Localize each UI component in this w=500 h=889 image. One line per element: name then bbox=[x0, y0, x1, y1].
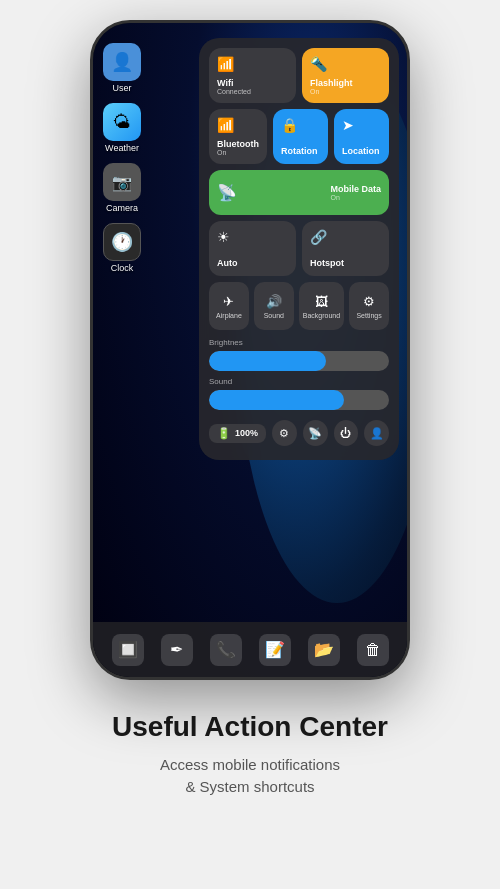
settings-tile[interactable]: ⚙ Settings bbox=[349, 282, 389, 330]
app-icon-user[interactable]: 👤 User bbox=[103, 43, 141, 93]
battery-icon: 🔋 bbox=[217, 427, 231, 440]
control-center-panel: 📶 Wifi Connected 🔦 Flashlight On bbox=[199, 38, 399, 460]
phone-screen: 👤 User 🌤 Weather 📷 Camera bbox=[93, 23, 407, 677]
location-tile[interactable]: ➤ Location bbox=[334, 109, 389, 164]
background-icon: 🖼 bbox=[315, 294, 328, 309]
dock-pen-icon[interactable]: ✒ bbox=[161, 634, 193, 666]
flashlight-icon: 🔦 bbox=[310, 56, 381, 72]
main-title: Useful Action Center bbox=[112, 710, 388, 744]
controls-row-2: 📶 Bluetooth On 🔒 Rotation ➤ Location bbox=[209, 109, 389, 164]
sound-tile[interactable]: 🔊 Sound bbox=[254, 282, 294, 330]
dock-finder-icon[interactable]: 🔲 bbox=[112, 634, 144, 666]
sound-section: Sound bbox=[209, 377, 389, 410]
wifi-tile[interactable]: 📶 Wifi Connected bbox=[209, 48, 296, 103]
dock-trash-icon[interactable]: 🗑 bbox=[357, 634, 389, 666]
app-icon-weather[interactable]: 🌤 Weather bbox=[103, 103, 141, 153]
airplane-tile[interactable]: ✈ Airplane bbox=[209, 282, 249, 330]
brightness-section: Brightnes bbox=[209, 338, 389, 371]
rotation-tile[interactable]: 🔒 Rotation bbox=[273, 109, 328, 164]
bluetooth-tile[interactable]: 📶 Bluetooth On bbox=[209, 109, 267, 164]
sound-fill bbox=[209, 390, 344, 410]
auto-icon: ☀ bbox=[217, 229, 288, 245]
location-icon: ➤ bbox=[342, 117, 381, 133]
rotation-icon: 🔒 bbox=[281, 117, 320, 133]
app-icons-column: 👤 User 🌤 Weather 📷 Camera bbox=[103, 43, 141, 273]
sub-title: Access mobile notifications& System shor… bbox=[112, 754, 388, 799]
sound-icon: 🔊 bbox=[266, 294, 282, 309]
settings-icon: ⚙ bbox=[363, 294, 375, 309]
sound-slider[interactable] bbox=[209, 390, 389, 410]
gear-status-button[interactable]: ⚙ bbox=[272, 420, 297, 446]
power-status-button[interactable]: ⏻ bbox=[334, 420, 359, 446]
controls-row-5: ✈ Airplane 🔊 Sound 🖼 Background ⚙ Settin… bbox=[209, 282, 389, 330]
auto-tile[interactable]: ☀ Auto bbox=[209, 221, 296, 276]
wifi-icon: 📶 bbox=[217, 56, 288, 72]
app-icon-camera[interactable]: 📷 Camera bbox=[103, 163, 141, 213]
dock-notes-icon[interactable]: 📝 bbox=[259, 634, 291, 666]
phone-mockup: 👤 User 🌤 Weather 📷 Camera bbox=[90, 20, 410, 680]
mobile-data-tile[interactable]: 📡 Mobile Data On bbox=[209, 170, 389, 215]
hotspot-tile[interactable]: 🔗 Hotspot bbox=[302, 221, 389, 276]
dock-phone-icon[interactable]: 📞 bbox=[210, 634, 242, 666]
background-tile[interactable]: 🖼 Background bbox=[299, 282, 344, 330]
controls-row-4: ☀ Auto 🔗 Hotspot bbox=[209, 221, 389, 276]
hotspot-icon: 🔗 bbox=[310, 229, 381, 245]
status-bar-bottom: 🔋 100% ⚙ 📡 ⏻ 👤 bbox=[209, 416, 389, 450]
battery-indicator: 🔋 100% bbox=[209, 424, 266, 443]
controls-row-1: 📶 Wifi Connected 🔦 Flashlight On bbox=[209, 48, 389, 103]
phone-shell: 👤 User 🌤 Weather 📷 Camera bbox=[90, 20, 410, 680]
flashlight-tile[interactable]: 🔦 Flashlight On bbox=[302, 48, 389, 103]
controls-row-3: 📡 Mobile Data On bbox=[209, 170, 389, 215]
share-status-button[interactable]: 📡 bbox=[303, 420, 328, 446]
user-status-button[interactable]: 👤 bbox=[364, 420, 389, 446]
brightness-fill bbox=[209, 351, 326, 371]
dock-files-icon[interactable]: 📂 bbox=[308, 634, 340, 666]
bluetooth-icon: 📶 bbox=[217, 117, 259, 133]
text-section: Useful Action Center Access mobile notif… bbox=[82, 710, 418, 799]
airplane-icon: ✈ bbox=[223, 294, 234, 309]
phone-dock: 🔲 ✒ 📞 📝 📂 🗑 bbox=[93, 622, 407, 677]
brightness-slider[interactable] bbox=[209, 351, 389, 371]
app-icon-clock[interactable]: 🕐 Clock bbox=[103, 223, 141, 273]
mobile-data-icon: 📡 bbox=[217, 183, 237, 202]
